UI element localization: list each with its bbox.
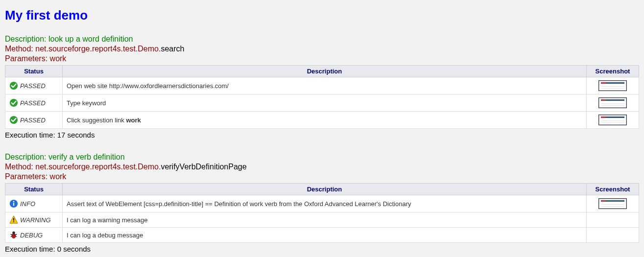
column-description: Description <box>63 184 587 195</box>
steps-table: StatusDescriptionScreenshotINFOAssert te… <box>5 183 639 243</box>
status-label: DEBUG <box>20 232 43 239</box>
status-label: PASSED <box>20 99 46 107</box>
screenshot-cell <box>587 94 639 112</box>
status-label: PASSED <box>20 82 46 90</box>
section-method: Method: net.sourceforge.report4s.test.De… <box>5 163 639 171</box>
test-section: Description: verify a verb definitionMet… <box>5 153 639 253</box>
passed-icon <box>9 81 18 90</box>
screenshot-thumbnail[interactable] <box>598 198 627 209</box>
info-icon <box>9 199 18 208</box>
warning-icon <box>9 215 18 224</box>
screenshot-thumbnail[interactable] <box>598 115 627 125</box>
section-description: Description: look up a word definition <box>5 35 639 44</box>
step-description: I can log a warning message <box>63 212 587 228</box>
column-status: Status <box>5 66 63 77</box>
step-description: Type keyword <box>63 94 587 112</box>
table-row: WARNINGI can log a warning message <box>5 212 639 228</box>
step-description: Open web site http://www.oxfordlearnersd… <box>63 77 587 94</box>
status-label: WARNING <box>20 216 51 224</box>
steps-table: StatusDescriptionScreenshotPASSEDOpen we… <box>5 65 639 129</box>
table-row: DEBUGI can log a debug message <box>5 228 639 243</box>
test-section: Description: look up a word definitionMe… <box>5 35 639 139</box>
table-row: INFOAssert text of WebElement [css=p.def… <box>5 195 639 212</box>
debug-icon <box>9 231 18 239</box>
column-status: Status <box>5 184 63 195</box>
status-label: PASSED <box>20 117 46 124</box>
passed-icon <box>9 98 18 107</box>
section-parameters: Parameters: work <box>5 54 639 63</box>
screenshot-cell <box>587 77 639 94</box>
table-row: PASSEDType keyword <box>5 94 639 112</box>
execution-time: Execution time: 17 seconds <box>5 131 639 139</box>
section-parameters: Parameters: work <box>5 172 639 181</box>
table-row: PASSEDClick suggestion link work <box>5 112 639 129</box>
screenshot-cell <box>587 112 639 129</box>
screenshot-cell <box>587 212 639 228</box>
column-screenshot: Screenshot <box>587 66 639 77</box>
status-label: INFO <box>20 200 35 208</box>
step-description: Assert text of WebElement [css=p.definit… <box>63 195 587 212</box>
screenshot-cell <box>587 228 639 243</box>
column-screenshot: Screenshot <box>587 184 639 195</box>
screenshot-cell <box>587 195 639 212</box>
table-row: PASSEDOpen web site http://www.oxfordlea… <box>5 77 639 94</box>
screenshot-thumbnail[interactable] <box>598 97 627 108</box>
section-description: Description: verify a verb definition <box>5 153 639 162</box>
page-title: My first demo <box>5 8 639 23</box>
column-description: Description <box>63 66 587 77</box>
step-description: Click suggestion link work <box>63 112 587 129</box>
execution-time: Execution time: 0 seconds <box>5 245 639 253</box>
screenshot-thumbnail[interactable] <box>598 80 627 91</box>
passed-icon <box>9 116 18 124</box>
section-method: Method: net.sourceforge.report4s.test.De… <box>5 45 639 53</box>
step-description: I can log a debug message <box>63 228 587 243</box>
